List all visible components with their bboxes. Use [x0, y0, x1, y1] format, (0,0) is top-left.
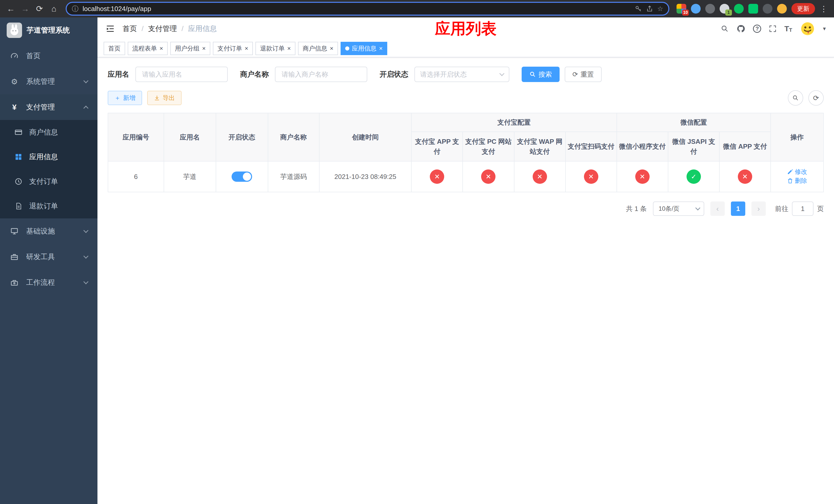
sidebar-item-workflow[interactable]: 工作流程	[0, 270, 97, 295]
status-label: 开启状态	[379, 69, 408, 79]
col-status: 开启状态	[216, 113, 268, 161]
bookmark-star-icon[interactable]: ☆	[657, 5, 663, 13]
fullscreen-icon[interactable]	[769, 25, 776, 32]
toggle-search-button[interactable]	[788, 90, 803, 106]
add-button[interactable]: ＋ 新增	[108, 91, 142, 105]
sidebar-item-label: 商户信息	[29, 128, 58, 137]
site-info-icon[interactable]: ⓘ	[72, 4, 79, 13]
close-icon[interactable]: ×	[159, 45, 163, 51]
browser-forward-button[interactable]: →	[19, 2, 32, 15]
delete-link[interactable]: 删除	[787, 177, 807, 185]
extension-icon-7[interactable]	[763, 4, 772, 14]
yen-icon: ¥	[10, 103, 19, 112]
prev-page-button[interactable]: ‹	[710, 202, 725, 216]
browser-toolbar: ← → ⟳ ⌂ ⓘ localhost:1024/pay/app ☆ 10 1	[0, 0, 834, 18]
extension-icon-8[interactable]	[777, 4, 787, 14]
app-name-label: 应用名	[108, 69, 129, 79]
col-wx-jsapi: 微信 JSAPI 支付	[668, 132, 719, 161]
sidebar-collapse-icon[interactable]	[106, 24, 115, 33]
chevron-down-icon	[83, 228, 88, 233]
export-button[interactable]: 导出	[147, 91, 181, 105]
merchant-name-input[interactable]	[275, 67, 367, 82]
status-select[interactable]: 请选择开启状态	[414, 67, 509, 82]
edit-link[interactable]: 修改	[787, 168, 807, 176]
table-toolbar: ＋ 新增 导出 ⟳	[108, 90, 824, 106]
forward-icon: →	[21, 4, 29, 14]
sidebar-item-label: 首页	[26, 51, 88, 61]
extension-icon-1[interactable]: 10	[677, 4, 686, 14]
status-toggle[interactable]	[232, 171, 252, 182]
page-size-select[interactable]: 10条/页	[653, 202, 704, 216]
chevron-down-icon	[83, 254, 88, 259]
chevron-down-icon	[83, 78, 88, 83]
browser-home-button[interactable]: ⌂	[47, 2, 61, 15]
search-button[interactable]: 搜索	[522, 67, 559, 82]
address-bar[interactable]: ⓘ localhost:1024/pay/app ☆	[66, 2, 670, 16]
font-size-icon[interactable]: TT	[784, 25, 792, 32]
tab-merchant-info[interactable]: 商户信息×	[298, 42, 338, 55]
help-icon[interactable]: ?	[753, 25, 761, 33]
sidebar-item-refund-order[interactable]: 退款订单	[0, 194, 97, 219]
col-group-wechat: 微信配置	[617, 113, 771, 132]
breadcrumb-current: 应用信息	[188, 24, 217, 33]
extension-icon-2[interactable]	[691, 4, 701, 14]
sidebar-item-merchant-info[interactable]: 商户信息	[0, 120, 97, 144]
reset-button[interactable]: ⟳ 重置	[565, 67, 602, 82]
app-name-input[interactable]	[135, 67, 228, 82]
sidebar-item-app-info[interactable]: 应用信息	[0, 144, 97, 169]
extension-icon-6[interactable]	[748, 4, 758, 14]
chevron-down-icon	[83, 279, 88, 284]
sidebar-item-label: 工作流程	[26, 278, 84, 288]
page-1-button[interactable]: 1	[731, 202, 745, 216]
extension-icon-5[interactable]	[734, 4, 744, 14]
sidebar-item-payment[interactable]: ¥ 支付管理	[0, 94, 97, 120]
col-wx-app: 微信 APP 支付	[719, 132, 771, 161]
search-icon[interactable]	[721, 25, 729, 33]
refresh-table-button[interactable]: ⟳	[808, 90, 824, 106]
browser-back-button[interactable]: ←	[4, 2, 18, 15]
tab-user-group[interactable]: 用户分组×	[170, 42, 210, 55]
browser-menu-icon[interactable]: ⋮	[820, 4, 828, 13]
close-icon[interactable]: ×	[245, 45, 248, 51]
tab-home[interactable]: 首页	[104, 42, 125, 55]
main-area: 首页 / 支付管理 / 应用信息 应用列表 ?	[97, 18, 834, 504]
breadcrumb-home[interactable]: 首页	[123, 24, 137, 33]
extension-badge: 10	[682, 9, 689, 16]
tab-payment-order[interactable]: 支付订单×	[213, 42, 253, 55]
password-key-icon[interactable]	[635, 5, 642, 12]
sidebar-item-system[interactable]: ⚙ 系统管理	[0, 69, 97, 94]
tab-refund-order[interactable]: 退款订单×	[256, 42, 295, 55]
breadcrumb-payment[interactable]: 支付管理	[148, 24, 177, 33]
sidebar-item-payment-order[interactable]: 支付订单	[0, 169, 97, 194]
navbar-actions: ? TT ▾	[721, 21, 826, 37]
table-row: 6 芋道 芋道源码 2021-10-23 08:49:25 ✕ ✕ ✕ ✕ ✕ …	[108, 161, 824, 192]
col-created: 创建时间	[319, 113, 412, 161]
sidebar-item-home[interactable]: 首页	[0, 43, 97, 69]
close-icon[interactable]: ×	[287, 45, 291, 51]
top-navbar: 首页 / 支付管理 / 应用信息 应用列表 ?	[97, 18, 834, 40]
browser-update-button[interactable]: 更新	[791, 3, 815, 14]
next-icon: ›	[757, 204, 760, 213]
close-icon[interactable]: ×	[202, 45, 206, 51]
sidebar-item-label: 系统管理	[26, 77, 84, 86]
sidebar-item-devtools[interactable]: 研发工具	[0, 244, 97, 270]
sidebar-logo[interactable]: 芋道管理系统	[0, 18, 97, 43]
cell-merchant: 芋道源码	[268, 161, 319, 192]
close-icon[interactable]: ×	[330, 45, 333, 51]
next-page-button[interactable]: ›	[751, 202, 766, 216]
github-icon[interactable]	[737, 24, 745, 33]
wx-mini-disabled-icon: ✕	[635, 169, 650, 184]
reload-icon: ⟳	[36, 4, 43, 14]
share-icon[interactable]	[646, 5, 653, 12]
user-menu-caret-icon[interactable]: ▾	[823, 25, 826, 32]
sidebar-item-infra[interactable]: 基础设施	[0, 219, 97, 244]
tab-app-info[interactable]: 应用信息×	[341, 42, 387, 55]
close-icon[interactable]: ×	[379, 45, 382, 51]
tab-process-form[interactable]: 流程表单×	[128, 42, 168, 55]
browser-reload-button[interactable]: ⟳	[33, 2, 46, 15]
logo-avatar	[7, 23, 22, 38]
extension-icon-4[interactable]: 1	[720, 4, 729, 14]
user-avatar[interactable]	[800, 21, 815, 37]
goto-page-input[interactable]	[792, 202, 813, 216]
extension-icon-3[interactable]	[705, 4, 715, 14]
